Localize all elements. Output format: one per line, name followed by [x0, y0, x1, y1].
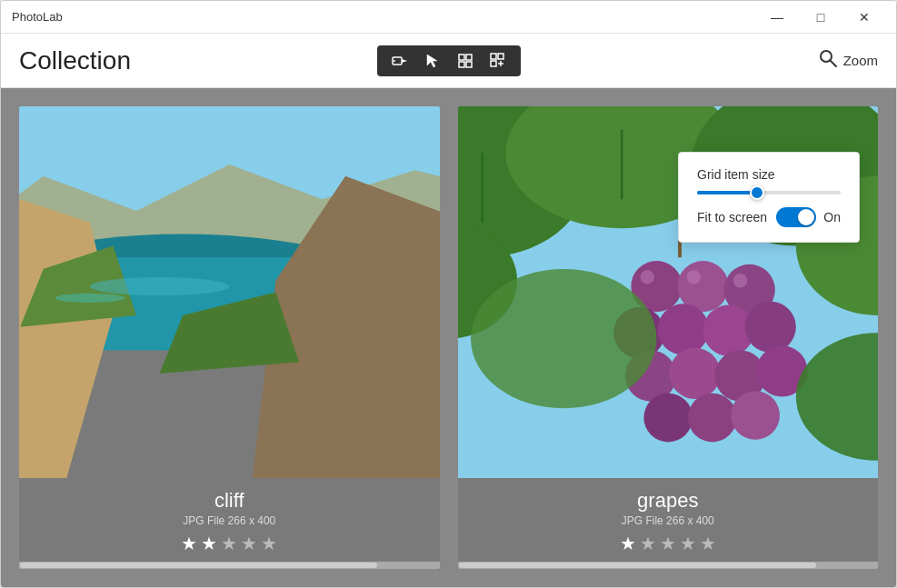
- fit-screen-toggle[interactable]: [776, 207, 816, 227]
- star-5: ★: [261, 533, 277, 554]
- app-window: PhotoLab — □ ✕ Collection: [0, 0, 897, 588]
- title-bar-controls: — □ ✕: [756, 4, 885, 31]
- grapes-name: grapes: [465, 489, 872, 513]
- toggle-area: On: [776, 207, 841, 227]
- svg-rect-9: [498, 54, 503, 59]
- fit-screen-label: Fit to screen: [697, 210, 767, 224]
- grapes-scrollbar[interactable]: [458, 562, 879, 569]
- page-title: Collection: [19, 46, 131, 75]
- select-tool-button[interactable]: [421, 51, 444, 71]
- svg-point-49: [686, 270, 700, 284]
- toggle-thumb: [798, 209, 814, 225]
- star-2: ★: [640, 533, 656, 554]
- toggle-label: On: [823, 210, 841, 224]
- slider-track[interactable]: [697, 191, 841, 194]
- zoom-button[interactable]: Zoom: [818, 48, 878, 73]
- svg-point-48: [640, 270, 653, 284]
- close-button[interactable]: ✕: [843, 4, 885, 31]
- grapes-info: grapes JPG File 266 x 400 ★ ★ ★ ★ ★: [458, 478, 879, 562]
- svg-marker-3: [427, 55, 437, 67]
- svg-point-47: [731, 391, 780, 440]
- fit-screen-row: Fit to screen On: [697, 207, 841, 227]
- svg-line-14: [831, 61, 836, 66]
- star-5: ★: [700, 533, 716, 554]
- star-3: ★: [221, 533, 237, 554]
- cliff-name: cliff: [26, 489, 433, 513]
- cliff-stars: ★ ★ ★ ★ ★: [26, 533, 433, 554]
- svg-rect-4: [459, 55, 464, 60]
- svg-rect-8: [491, 54, 496, 59]
- svg-rect-6: [459, 62, 464, 67]
- cliff-image-area: [19, 106, 440, 478]
- svg-marker-1: [402, 59, 407, 63]
- zoom-label: Zoom: [843, 53, 878, 68]
- slider-thumb[interactable]: [750, 185, 764, 200]
- cliff-meta: JPG File 266 x 400: [26, 514, 433, 527]
- svg-point-50: [733, 274, 746, 287]
- cliff-info: cliff JPG File 266 x 400 ★ ★ ★ ★ ★: [19, 478, 440, 562]
- edit-tool-button[interactable]: [388, 51, 412, 71]
- minimize-button[interactable]: —: [756, 4, 798, 31]
- grid-view-button[interactable]: [453, 51, 477, 71]
- svg-rect-5: [466, 55, 472, 60]
- svg-point-24: [55, 294, 125, 303]
- cliff-scrollbar[interactable]: [19, 562, 440, 569]
- zoom-popup-title: Grid item size: [697, 167, 841, 182]
- title-bar-left: PhotoLab: [12, 10, 63, 24]
- grapes-meta: JPG File 266 x 400: [465, 514, 872, 527]
- app-title: PhotoLab: [12, 10, 63, 24]
- cliff-scrollbar-thumb: [20, 563, 377, 568]
- grid-size-slider-container: [697, 191, 841, 194]
- star-2: ★: [201, 533, 217, 554]
- svg-point-46: [687, 394, 736, 443]
- title-bar: PhotoLab — □ ✕: [1, 1, 896, 34]
- grapes-scrollbar-thumb: [459, 563, 816, 568]
- zoom-popup: Grid item size Fit to screen On: [678, 152, 860, 243]
- toolbar: Collection: [1, 34, 896, 88]
- star-4: ★: [241, 533, 257, 554]
- svg-point-40: [744, 302, 795, 353]
- svg-point-45: [643, 394, 693, 443]
- svg-point-42: [669, 348, 720, 399]
- slider-fill: [697, 191, 757, 194]
- svg-point-38: [657, 304, 708, 354]
- svg-rect-7: [466, 62, 472, 67]
- svg-rect-10: [491, 61, 496, 66]
- star-1: ★: [620, 533, 636, 554]
- svg-point-13: [821, 51, 832, 62]
- star-1: ★: [181, 533, 197, 554]
- svg-point-51: [470, 269, 656, 408]
- toolbar-icons: [377, 45, 521, 76]
- svg-point-23: [90, 277, 229, 295]
- zoom-icon: [818, 48, 838, 73]
- photo-card-cliff[interactable]: cliff JPG File 266 x 400 ★ ★ ★ ★ ★: [19, 106, 440, 569]
- star-3: ★: [660, 533, 676, 554]
- add-grid-button[interactable]: [486, 51, 510, 71]
- grapes-stars: ★ ★ ★ ★ ★: [465, 533, 872, 554]
- maximize-button[interactable]: □: [800, 4, 842, 31]
- star-4: ★: [680, 533, 696, 554]
- content-area: cliff JPG File 266 x 400 ★ ★ ★ ★ ★: [1, 88, 896, 587]
